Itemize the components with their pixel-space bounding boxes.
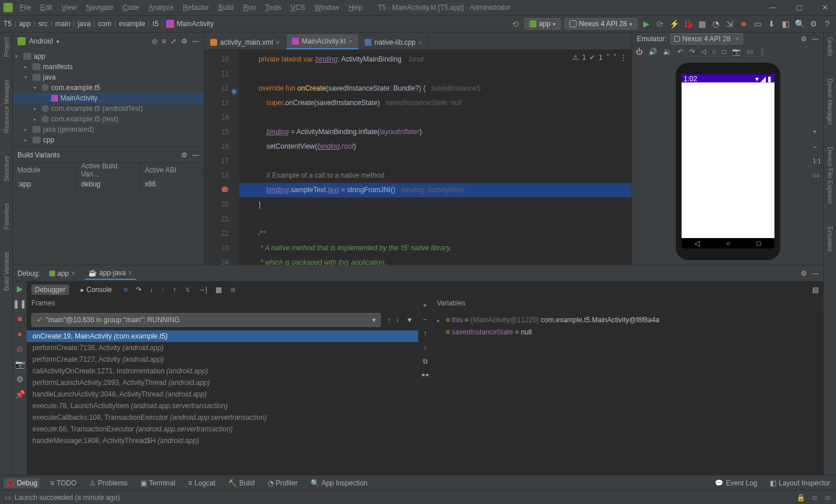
- tree-node[interactable]: ▾java: [13, 72, 204, 82]
- menu-file[interactable]: File: [16, 2, 34, 13]
- close-icon[interactable]: ×: [276, 39, 279, 46]
- stack-frame[interactable]: handleMessage:1808, ActivityThread$H (an…: [27, 435, 418, 447]
- code-line[interactable]: }: [239, 197, 632, 212]
- down-icon[interactable]: ˅: [613, 53, 617, 62]
- breadcrumb-item[interactable]: example: [119, 20, 145, 28]
- debug-icon[interactable]: 🐞: [683, 19, 693, 29]
- threads-icon[interactable]: ≡: [124, 286, 128, 294]
- bottom-terminal[interactable]: ▣Terminal: [138, 478, 178, 488]
- menu-run[interactable]: Run: [240, 2, 260, 13]
- breadcrumb-item[interactable]: T5: [3, 20, 12, 28]
- gear-icon[interactable]: ⚙: [181, 151, 188, 159]
- code-line[interactable]: binding.sampleText.text = stringFromJNI(…: [239, 183, 632, 197]
- code-line[interactable]: [239, 110, 632, 125]
- force-step-into-icon[interactable]: ↓: [161, 286, 165, 294]
- tool-favorites[interactable]: Favorites: [2, 201, 11, 232]
- down-icon[interactable]: ↓: [423, 343, 427, 351]
- hide-icon[interactable]: —: [812, 35, 819, 43]
- coverage-icon[interactable]: ▦: [697, 19, 707, 29]
- code-line[interactable]: /**: [239, 226, 632, 241]
- resume-icon[interactable]: ▶: [17, 284, 23, 293]
- code-line[interactable]: [239, 212, 632, 226]
- evaluate-icon[interactable]: ▦: [215, 286, 222, 294]
- code-line[interactable]: // Example of a call to a native method: [239, 168, 632, 183]
- maximize-button[interactable]: ▢: [791, 2, 807, 13]
- target-icon[interactable]: ◎: [152, 37, 157, 45]
- avd-icon[interactable]: ▭: [752, 19, 763, 29]
- filter-icon[interactable]: ≡: [162, 37, 166, 45]
- zoom-screen-icon[interactable]: ▭: [813, 171, 821, 179]
- tool-resource-manager[interactable]: Resource Manager: [2, 77, 11, 136]
- variable-row[interactable]: ▸ ≡ this = {MainActivity@11220} com.exam…: [437, 314, 819, 326]
- code-line[interactable]: * which is packaged with this applicatio…: [239, 255, 632, 265]
- step-over-icon[interactable]: ↷: [136, 286, 142, 294]
- breadcrumb-item[interactable]: app: [19, 20, 31, 28]
- breadcrumb-item[interactable]: MainActivity: [166, 20, 214, 28]
- run-icon[interactable]: ▶: [641, 19, 651, 29]
- console-subtab[interactable]: ▸Console: [77, 285, 116, 295]
- volume-down-icon[interactable]: 🔉: [663, 48, 672, 56]
- gear-icon[interactable]: ⚙: [801, 269, 807, 278]
- debugger-subtab[interactable]: Debugger: [31, 285, 69, 295]
- power-icon[interactable]: ⏻: [636, 48, 643, 56]
- face2-icon[interactable]: ☺: [824, 494, 831, 502]
- help-icon[interactable]: ?: [822, 19, 833, 29]
- menu-code[interactable]: Code: [119, 2, 143, 13]
- code-line[interactable]: [239, 67, 632, 81]
- stack-frame[interactable]: execute:68, TransactionExecutor (android…: [27, 423, 418, 435]
- search-icon[interactable]: 🔍: [794, 19, 805, 29]
- variable-row[interactable]: ≡ savedInstanceState = null: [437, 326, 819, 338]
- step-out-icon[interactable]: ↑: [173, 286, 176, 294]
- tree-node[interactable]: ▾app: [13, 51, 204, 62]
- emulator-device-pill[interactable]: Nexus 4 API 28 ×: [670, 33, 743, 45]
- cell-abi[interactable]: x86: [140, 180, 204, 188]
- tool-emulator[interactable]: Emulator: [826, 224, 835, 254]
- menu-window[interactable]: Window: [311, 2, 343, 13]
- stack-frame[interactable]: performCreate:7127, Activity (android.ap…: [27, 354, 418, 365]
- gear-icon[interactable]: ⚙: [181, 37, 188, 45]
- face-icon[interactable]: ☺: [811, 494, 818, 502]
- overview-icon[interactable]: □: [722, 48, 726, 56]
- drop-frame-icon[interactable]: ↯: [185, 286, 190, 294]
- apply-changes-icon[interactable]: ⟳: [655, 19, 665, 29]
- stop-icon[interactable]: ■: [738, 19, 749, 29]
- bottom-layout-inspector[interactable]: ◧Layout Inspector: [767, 478, 833, 488]
- remove-icon[interactable]: −: [423, 315, 427, 323]
- layout-inspector-icon[interactable]: ◧: [780, 19, 791, 29]
- zoom-fit-icon[interactable]: 1:1: [813, 158, 821, 164]
- bottom-profiler[interactable]: ◔Profiler: [265, 478, 300, 488]
- attach-icon[interactable]: ⇲: [725, 19, 735, 29]
- close-icon[interactable]: ×: [71, 269, 75, 278]
- tool-device-manager[interactable]: Device Manager: [826, 76, 835, 127]
- tool-structure[interactable]: Structure: [2, 153, 11, 184]
- menu-edit[interactable]: Edit: [37, 2, 56, 13]
- sdk-icon[interactable]: ⬇: [766, 19, 777, 29]
- glasses-icon[interactable]: 👓: [421, 371, 430, 379]
- stop-icon[interactable]: ■: [17, 314, 22, 323]
- lock-icon[interactable]: 🔒: [797, 494, 805, 502]
- caret-down-icon[interactable]: ▾: [56, 38, 59, 45]
- bottom-event-log[interactable]: 💬Event Log: [712, 478, 759, 488]
- menu-view[interactable]: View: [58, 2, 80, 13]
- editor-tab[interactable]: activity_main.xml×: [204, 35, 286, 49]
- rotate-right-icon[interactable]: ↷: [689, 48, 695, 56]
- tool-gradle[interactable]: Gradle: [826, 35, 835, 59]
- hide-icon[interactable]: —: [812, 269, 819, 278]
- bottom-logcat[interactable]: ≡Logcat: [186, 478, 218, 488]
- settings-icon[interactable]: ⚙: [16, 375, 24, 384]
- breadcrumb-item[interactable]: main: [55, 20, 70, 28]
- sync-icon[interactable]: ⟲: [510, 19, 521, 29]
- tree-node[interactable]: MainActivity: [13, 93, 204, 103]
- mute-breakpoints-icon[interactable]: ⊘: [16, 344, 23, 354]
- stack-frame[interactable]: performCreate:7136, Activity (android.ap…: [27, 342, 418, 354]
- tool-build-variants[interactable]: Build Variants: [2, 250, 11, 293]
- nav-overview-icon[interactable]: □: [757, 239, 761, 247]
- thread-selector[interactable]: ✓ "main"@10,636 in group "main": RUNNING…: [31, 313, 381, 327]
- menu-tools[interactable]: Tools: [262, 2, 285, 13]
- tree-node[interactable]: ▸com.example.t5 (test): [13, 114, 204, 124]
- zoom-in-icon[interactable]: +: [813, 128, 821, 136]
- variables-body[interactable]: ▸ ≡ this = {MainActivity@11220} com.exam…: [433, 311, 824, 475]
- filter-icon[interactable]: ▼: [402, 316, 418, 324]
- next-frame-icon[interactable]: ↓: [394, 316, 402, 324]
- editor-tab[interactable]: MainActivity.kt×: [286, 34, 359, 49]
